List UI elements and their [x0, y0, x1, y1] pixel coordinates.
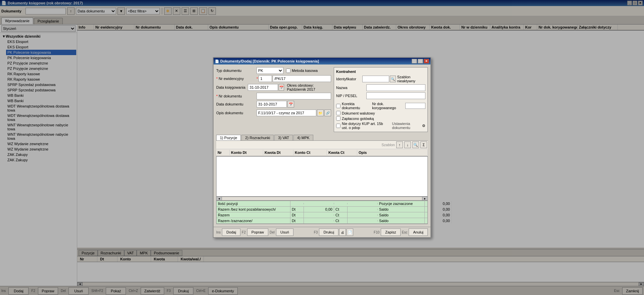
- modal-scrollbar[interactable]: ◄ ►: [216, 197, 428, 201]
- modal-col-konto-ct: Konto Ct: [293, 150, 327, 155]
- typ-dokumentu-row: Typ dokumentu PK Metoda kasowa: [216, 67, 331, 74]
- modal-maximize-btn[interactable]: □: [418, 59, 423, 64]
- modal-f2-key: F2: [242, 230, 246, 234]
- summary-row-razem: Razem Dt Ct Saldo 0,00: [217, 212, 427, 218]
- modal-minimize-btn[interactable]: _: [412, 59, 417, 64]
- nr-dok-kor-label: Nr dok. korygowanego: [372, 102, 404, 110]
- modal-popraw-btn[interactable]: Popraw: [247, 228, 268, 236]
- ilosc-ct: [334, 203, 348, 204]
- modal-table-header: Nr Konto Dt Kwota Dt Konto Ct Kwota Ct O…: [216, 149, 428, 156]
- ilosc-label: Ilość pozycji: [217, 201, 290, 206]
- modal-close-btn[interactable]: ✕: [424, 59, 429, 64]
- dokument-walutowy-label: Dokument walutowy: [342, 111, 375, 115]
- nr-ewidencyjny-input[interactable]: [259, 75, 272, 82]
- razem-zaznaczone-label: Razem /zaznaczone/: [217, 218, 290, 223]
- dokument-walutowy-checkbox[interactable]: [336, 111, 340, 115]
- nie-dotyczy-row: Nie dotyczy KUP art. 15b ust. o pdop Ust…: [336, 122, 425, 130]
- modal-col-kwota-dt: Kwota Dt: [263, 150, 293, 155]
- razem-val1: [304, 214, 334, 216]
- modal-anuluj-btn[interactable]: Anuluj: [409, 228, 428, 236]
- identyfikator-lookup-btn[interactable]: 🔍: [390, 76, 396, 82]
- modal-tab-vat[interactable]: 3) VAT: [274, 135, 293, 140]
- pozycje-val: 0,00: [425, 201, 452, 206]
- ilosc-dt: [290, 203, 304, 204]
- data-ksiegowania-row: Data księgowania 📅 Okres obrotowy: Paźdz…: [216, 83, 331, 91]
- move-up-btn[interactable]: ↑: [396, 141, 403, 148]
- nie-dotyczy-checkbox[interactable]: [336, 124, 340, 128]
- razem-bez-ct: Ct: [334, 207, 348, 212]
- modal-f10-key: F10: [374, 230, 379, 234]
- nazwa-input[interactable]: [366, 84, 425, 91]
- move-down-btn[interactable]: ↓: [404, 141, 411, 148]
- data-dokumentu-input[interactable]: [257, 101, 287, 108]
- korekta-checkbox[interactable]: [336, 104, 340, 108]
- zaplacono-checkbox[interactable]: [336, 116, 340, 121]
- identyfikator-label: Identyfikator: [336, 77, 362, 81]
- nr-ewidencyjny-row: * Nr ewidencyjny *: [216, 75, 331, 82]
- razem-bez-val2: [348, 209, 378, 210]
- kontrahent-title: Kontrahent: [336, 70, 425, 74]
- modal-drukuj-container: Drukuj 🖨 📄: [319, 228, 353, 236]
- data-ksiegowania-calendar-btn[interactable]: 📅: [279, 84, 284, 91]
- modal-table-body: [216, 156, 428, 197]
- modal-tab-pozycje[interactable]: 1) Pozycje: [216, 135, 241, 140]
- search-btn[interactable]: 🔍: [412, 141, 419, 148]
- modal-ins-key: Ins: [216, 230, 221, 234]
- razem-label: Razem: [217, 212, 290, 218]
- modal-print-icon-btn2[interactable]: 📄: [347, 228, 353, 236]
- modal-tab-bar: 1) Pozycje 2) Rozrachunki 3) VAT 4) MPK: [216, 135, 428, 141]
- identyfikator-row: Identyfikator 🔍 Szablon nieaktywny: [336, 75, 425, 83]
- nr-ewidencyjny-suffix-input[interactable]: [273, 75, 331, 82]
- typ-dokumentu-label: Typ dokumentu: [216, 69, 257, 73]
- identyfikator-input[interactable]: [362, 76, 389, 82]
- modal-dodaj-btn[interactable]: Dodaj: [222, 228, 240, 236]
- summary-row-ilosc: Ilość pozycji Pozycje zaznaczone 0,00: [217, 201, 427, 207]
- opis-dokumentu-input[interactable]: [257, 110, 316, 116]
- nr-dokumentu-input[interactable]: [257, 93, 331, 99]
- modal-f3-key: F3: [314, 230, 318, 234]
- okres-label: Okres obrotowy: Październik 2017: [287, 83, 331, 91]
- dokument-walutowy-row: Dokument walutowy: [336, 111, 425, 115]
- opis-link-btn[interactable]: 🔗: [324, 110, 331, 116]
- zaplacono-label: Zapłacono gotówką: [342, 117, 374, 121]
- metoda-kasowa-checkbox[interactable]: [286, 69, 290, 73]
- razem-bez-label: Razem /bez kont pozabilansowych/: [217, 207, 290, 212]
- summary-grid: Ilość pozycji Pozycje zaznaczone 0,00 Ra…: [216, 201, 428, 224]
- razem-bez-val1: 0,00: [304, 207, 334, 212]
- modal-col-opis: Opis: [357, 150, 428, 155]
- modal-col-nr: Nr: [216, 150, 230, 155]
- modal-tab-rozrachunki[interactable]: 2) Rozrachunki: [241, 135, 274, 140]
- data-ksiegowania-input[interactable]: [248, 84, 278, 91]
- modal-overlay: 📄 Dokumenty/Dodaj [Dziennik: PK Poleceni…: [0, 0, 644, 295]
- data-dokumentu-calendar-btn[interactable]: 📅: [287, 101, 294, 108]
- nazwa-label: Nazwa: [336, 86, 366, 90]
- zaplacono-row: Zapłacono gotówką: [336, 116, 425, 121]
- typ-dokumentu-select[interactable]: PK: [257, 67, 283, 74]
- modal-drukuj-btn[interactable]: Drukuj: [319, 228, 338, 236]
- modal-zapisz-btn[interactable]: Zapisz: [381, 228, 400, 236]
- pozycje-zaznaczone-label: Pozycje zaznaczone: [378, 201, 425, 206]
- saldo-label2: Saldo: [378, 212, 425, 218]
- saldo-val3: 0,00: [425, 218, 452, 223]
- opis-dokumentu-row: Opis dokumentu 📁 🔗: [216, 110, 331, 116]
- ustawienia-label[interactable]: Ustawienia dokumentu: [392, 122, 421, 130]
- modal-form-left: Typ dokumentu PK Metoda kasowa * Nr ewid…: [216, 67, 331, 132]
- data-dokumentu-label: Data dokumentu: [216, 102, 257, 106]
- modal-scroll-left[interactable]: ◄: [217, 197, 222, 200]
- razem-zaznaczone-val1: [304, 220, 334, 221]
- nr-dok-kor-input[interactable]: [405, 103, 425, 109]
- opis-dokumentu-label: Opis dokumentu: [216, 111, 257, 115]
- required-star: *: [216, 77, 218, 81]
- nip-row: NIP / PESEL: [336, 92, 425, 99]
- nip-input[interactable]: [366, 92, 425, 99]
- modal-table-toolbar: Szablon ↑ ↓ 🔍 Σ: [216, 141, 428, 149]
- modal-usun-btn[interactable]: Usuń: [276, 228, 293, 236]
- modal-print-icon-btn1[interactable]: 🖨: [339, 228, 346, 236]
- opis-folder-btn[interactable]: 📁: [317, 110, 324, 116]
- modal-del-key: Del: [270, 230, 275, 234]
- razem-ct: Ct: [334, 212, 348, 218]
- modal-scroll-right[interactable]: ►: [422, 197, 427, 200]
- modal-scroll-track[interactable]: [222, 197, 422, 200]
- sum-btn[interactable]: Σ: [420, 141, 427, 148]
- modal-tab-mpk[interactable]: 4) MPK: [293, 135, 313, 140]
